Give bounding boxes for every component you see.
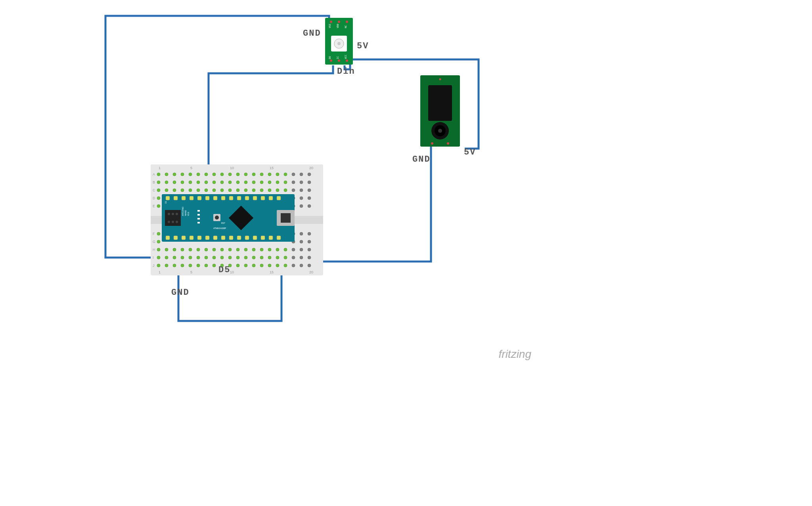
svg-point-100 — [300, 248, 303, 251]
svg-point-192 — [176, 213, 178, 215]
svg-rect-202 — [197, 214, 200, 216]
svg-point-89 — [213, 248, 216, 251]
svg-point-83 — [165, 248, 168, 251]
svg-point-38 — [284, 173, 287, 176]
svg-point-84 — [173, 248, 176, 251]
svg-point-86 — [189, 248, 192, 251]
svg-point-31 — [228, 173, 232, 176]
svg-text:5: 5 — [190, 166, 192, 170]
svg-point-124 — [173, 264, 176, 267]
svg-point-108 — [205, 256, 208, 259]
svg-point-98 — [284, 248, 287, 251]
svg-point-24 — [173, 173, 176, 176]
svg-point-54 — [252, 181, 255, 184]
svg-point-109 — [213, 256, 216, 259]
svg-text:RST: RST — [221, 222, 225, 224]
svg-point-137 — [276, 264, 279, 267]
svg-rect-185 — [253, 236, 257, 240]
svg-text:F: F — [153, 232, 155, 236]
svg-point-216 — [338, 21, 340, 23]
svg-rect-175 — [174, 236, 178, 240]
svg-point-117 — [276, 256, 279, 259]
svg-point-218 — [330, 59, 332, 62]
svg-point-52 — [236, 181, 239, 184]
svg-point-122 — [157, 264, 160, 267]
svg-text:15: 15 — [270, 166, 274, 170]
svg-point-51 — [228, 181, 232, 184]
svg-rect-179 — [205, 236, 209, 240]
svg-text:V3.0: V3.0 — [187, 212, 190, 216]
svg-point-148 — [300, 240, 303, 243]
svg-point-133 — [244, 264, 247, 267]
svg-point-45 — [181, 181, 184, 184]
svg-point-30 — [220, 173, 224, 176]
svg-point-92 — [236, 248, 239, 251]
svg-rect-184 — [245, 236, 249, 240]
svg-rect-160 — [174, 196, 178, 200]
svg-point-125 — [181, 264, 184, 267]
svg-text:D: D — [153, 196, 155, 200]
svg-point-105 — [181, 256, 184, 259]
svg-point-77 — [276, 189, 279, 192]
svg-point-127 — [197, 264, 200, 267]
svg-point-132 — [236, 264, 239, 267]
svg-point-126 — [189, 264, 192, 267]
svg-text:D1: D1 — [165, 201, 167, 204]
label-din: Din — [337, 67, 355, 76]
svg-rect-187 — [269, 236, 273, 240]
svg-rect-176 — [182, 236, 186, 240]
svg-rect-173 — [277, 196, 281, 200]
svg-point-146 — [308, 232, 311, 235]
svg-point-140 — [300, 264, 303, 267]
svg-text:10: 10 — [230, 270, 234, 274]
svg-point-56 — [268, 181, 271, 184]
svg-point-53 — [244, 181, 247, 184]
svg-point-67 — [197, 189, 200, 192]
svg-rect-203 — [197, 218, 200, 220]
svg-point-99 — [292, 248, 295, 251]
svg-rect-167 — [229, 196, 233, 200]
svg-point-141 — [308, 264, 311, 267]
svg-point-138 — [284, 264, 287, 267]
svg-text:VDD: VDD — [336, 24, 339, 28]
svg-rect-181 — [221, 236, 225, 240]
svg-point-234 — [447, 142, 449, 145]
svg-text:10: 10 — [230, 166, 234, 170]
svg-text:20: 20 — [309, 270, 313, 274]
svg-rect-201 — [197, 210, 200, 212]
svg-point-74 — [252, 189, 255, 192]
svg-text:ATMEGA328P: ATMEGA328P — [213, 227, 226, 229]
svg-rect-188 — [277, 236, 281, 240]
svg-point-96 — [268, 248, 271, 251]
svg-rect-177 — [190, 236, 193, 240]
svg-text:1: 1 — [159, 166, 161, 170]
svg-point-46 — [189, 181, 192, 184]
svg-point-215 — [330, 21, 332, 23]
svg-point-43 — [165, 181, 168, 184]
svg-point-143 — [157, 240, 160, 243]
svg-point-111 — [228, 256, 232, 259]
svg-point-134 — [252, 264, 255, 267]
label-gnd-jack: GND — [412, 155, 431, 164]
svg-point-29 — [213, 173, 216, 176]
svg-point-157 — [308, 204, 311, 208]
svg-text:B: B — [153, 180, 155, 184]
svg-point-66 — [189, 189, 192, 192]
svg-point-82 — [157, 248, 160, 251]
arduino-nano: D1 ARDUINO NANO V3.0 RST ATMEGA328P — [162, 194, 295, 242]
svg-point-61 — [308, 181, 311, 184]
svg-point-90 — [220, 248, 224, 251]
svg-point-120 — [300, 256, 303, 259]
svg-rect-183 — [237, 236, 241, 240]
svg-point-95 — [260, 248, 263, 251]
svg-point-110 — [220, 256, 224, 259]
svg-rect-180 — [213, 236, 217, 240]
label-gnd-bb: GND — [171, 288, 190, 298]
svg-point-102 — [157, 256, 160, 259]
svg-rect-168 — [237, 196, 241, 200]
svg-point-75 — [260, 189, 263, 192]
label-5v-led: 5V — [357, 41, 369, 51]
svg-text:I: I — [153, 256, 154, 260]
svg-point-71 — [228, 189, 232, 192]
svg-point-50 — [220, 181, 224, 184]
